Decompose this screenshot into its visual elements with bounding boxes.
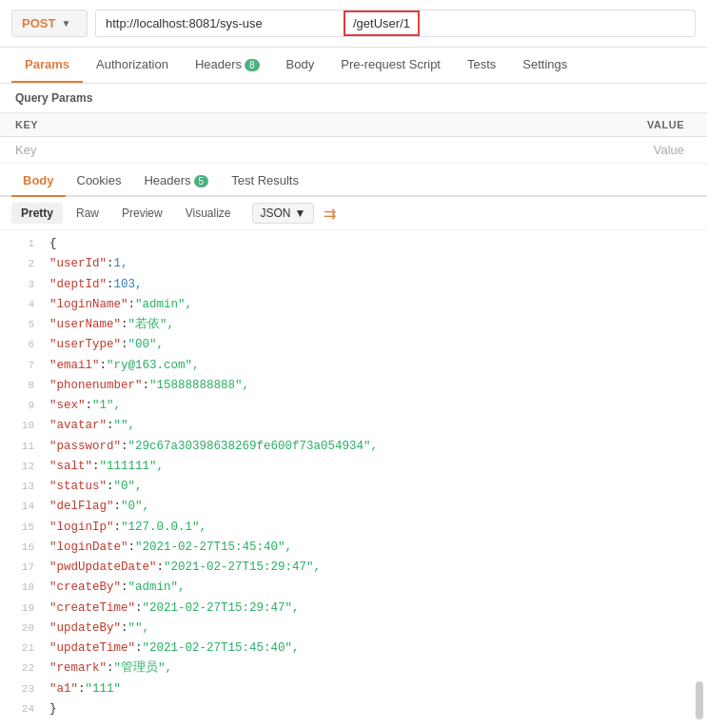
json-line: 24} [0,699,707,719]
json-colon: : [121,578,128,598]
json-value: "2021-02-27T15:45:40", [143,639,300,659]
json-colon: : [121,437,128,457]
line-number: 24 [8,700,34,718]
line-number: 4 [8,296,34,314]
json-line: 8"phonenumber": "15888888888", [0,376,707,396]
json-key: "loginDate" [49,538,128,558]
scrollbar[interactable] [696,681,703,719]
json-line: 16"loginDate": "2021-02-27T15:45:40", [0,538,707,558]
tab-headers[interactable]: Headers8 [182,48,273,83]
resp-tab-body[interactable]: Body [11,166,66,197]
json-key: "deptId" [49,275,107,295]
json-line: 11"password": "29c67a30398638269fe600f73… [0,437,707,457]
response-tabs: Body Cookies Headers5 Test Results [0,166,707,197]
query-params-table: KEY VALUE Key Value [0,113,707,164]
method-label: POST [22,16,55,30]
tab-body[interactable]: Body [273,48,328,83]
json-key: "email" [49,356,100,376]
json-value: "111" [86,679,122,699]
json-line: 19"createTime": "2021-02-27T15:29:47", [0,599,707,619]
json-key: "phonenumber" [49,376,143,396]
json-colon: : [143,376,150,396]
json-value: "admin", [128,578,186,598]
json-line: 23"a1": "111" [0,679,707,699]
json-colon: : [135,639,143,659]
resp-headers-badge: 5 [194,175,209,187]
json-value: "admin", [135,295,192,315]
resp-tab-cookies[interactable]: Cookies [66,166,133,197]
json-line: 17"pwdUpdateDate": "2021-02-27T15:29:47"… [0,558,707,578]
json-line: 5"userName": "若依", [0,315,707,335]
json-colon: : [128,538,136,558]
line-number: 3 [8,276,34,294]
json-line: 1{ [0,234,707,254]
line-number: 13 [8,478,34,496]
tab-tests[interactable]: Tests [454,48,509,83]
json-colon: : [121,335,128,355]
json-line: 10"avatar": "", [0,416,707,436]
json-value: "ry@163.com", [107,356,200,376]
line-number: 20 [8,620,34,638]
json-line: 12"salt": "111111", [0,457,707,477]
headers-badge: 8 [245,59,260,71]
json-value: "0", [121,497,149,517]
json-colon: : [107,477,114,497]
url-input[interactable] [96,10,344,36]
json-colon: : [135,599,143,619]
json-viewer: 1{2"userId": 1,3"deptId": 103,4"loginNam… [0,230,707,723]
json-key: "avatar" [49,416,107,436]
url-bar: /getUser/1 [95,10,696,37]
json-value: "2021-02-27T15:29:47", [143,599,300,619]
json-value: "29c67a30398638269fe600f73a054934", [128,437,379,457]
json-punct: { [49,234,57,254]
json-line: 3"deptId": 103, [0,275,707,295]
resp-tab-headers[interactable]: Headers5 [132,166,220,197]
method-select[interactable]: POST ▼ [11,10,88,37]
fmt-btn-pretty[interactable]: Pretty [11,203,63,224]
json-key: "loginIp" [49,518,114,538]
line-number: 10 [8,417,34,435]
wrap-icon[interactable]: ⇉ [324,205,336,223]
json-key: "delFlag" [49,497,114,517]
fmt-btn-visualize[interactable]: Visualize [176,203,241,224]
tab-prerequest[interactable]: Pre-request Script [327,48,454,83]
json-value: "管理员", [114,659,173,679]
key-placeholder[interactable]: Key [0,137,294,164]
line-number: 22 [8,659,34,678]
fmt-btn-preview[interactable]: Preview [112,203,172,224]
line-number: 23 [8,680,34,698]
fmt-btn-raw[interactable]: Raw [67,203,108,224]
line-number: 15 [8,519,34,537]
tab-authorization[interactable]: Authorization [83,48,182,83]
json-line: 9"sex": "1", [0,396,707,416]
json-line: 13"status": "0", [0,477,707,497]
json-key: "pwdUpdateDate" [49,558,157,578]
value-column-header: VALUE [294,113,707,137]
json-value: "", [114,416,136,436]
line-number: 1 [8,235,34,253]
tab-settings[interactable]: Settings [509,48,580,83]
json-key: "createBy" [49,578,121,598]
line-number: 7 [8,357,34,375]
json-colon: : [114,518,122,538]
json-colon: : [107,254,114,274]
json-colon: : [107,275,114,295]
json-line: 20"updateBy": "", [0,619,707,639]
value-placeholder[interactable]: Value [294,137,707,164]
json-colon: : [100,356,108,376]
json-colon: : [107,659,114,679]
json-colon: : [86,396,93,416]
json-key: "userType" [49,335,121,355]
line-number: 14 [8,498,34,516]
line-number: 9 [8,397,34,415]
json-key: "loginName" [49,295,128,315]
format-chevron-icon: ▼ [295,207,306,220]
line-number: 8 [8,377,34,395]
json-value: 1, [114,254,128,274]
url-highlight[interactable]: /getUser/1 [344,10,420,36]
tab-params[interactable]: Params [11,48,83,83]
json-line: 14"delFlag": "0", [0,497,707,517]
json-key: "updateTime" [49,639,135,659]
format-select[interactable]: JSON ▼ [252,203,315,224]
resp-tab-testresults[interactable]: Test Results [220,166,310,197]
